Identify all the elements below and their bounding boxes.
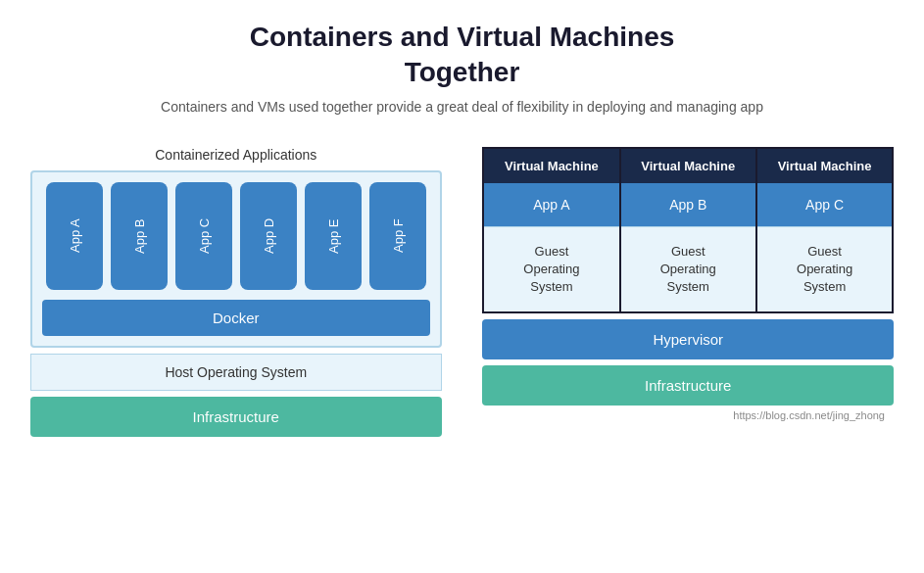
header: Containers and Virtual Machines Together… bbox=[161, 20, 763, 118]
host-os-bar: Host Operating System bbox=[30, 354, 442, 391]
page: Containers and Virtual Machines Together… bbox=[0, 0, 924, 573]
hypervisor-bar: Hypervisor bbox=[482, 319, 894, 359]
app-c-card: App C bbox=[175, 182, 232, 290]
vm3-guest-os: GuestOperatingSystem bbox=[757, 226, 892, 312]
apps-row: App A App B App C App D App E App F bbox=[42, 182, 430, 290]
vm1-header: Virtual Machine bbox=[484, 149, 618, 183]
vms-section: Virtual Machine App A GuestOperatingSyst… bbox=[482, 147, 896, 422]
app-f-card: App F bbox=[369, 182, 426, 290]
vm1-app: App A bbox=[484, 183, 618, 226]
app-b-card: App B bbox=[111, 182, 168, 290]
vm-column-2: Virtual Machine App B GuestOperatingSyst… bbox=[621, 149, 757, 312]
vm2-app: App B bbox=[621, 183, 755, 226]
containers-label: Containerized Applications bbox=[155, 147, 316, 163]
app-e-card: App E bbox=[305, 182, 362, 290]
app-a-card: App A bbox=[46, 182, 103, 290]
app-d-card: App D bbox=[240, 182, 297, 290]
containers-section: Containerized Applications App A App B A… bbox=[29, 147, 443, 437]
left-infra-bar: Infrastructure bbox=[30, 397, 442, 437]
vm1-guest-os: GuestOperatingSystem bbox=[484, 226, 618, 312]
vms-row: Virtual Machine App A GuestOperatingSyst… bbox=[482, 147, 894, 314]
vm-column-3: Virtual Machine App C GuestOperatingSyst… bbox=[757, 149, 892, 312]
vm3-header: Virtual Machine bbox=[757, 149, 892, 183]
container-box: App A App B App C App D App E App F Dock… bbox=[30, 170, 442, 348]
vm-column-1: Virtual Machine App A GuestOperatingSyst… bbox=[484, 149, 620, 312]
page-subtitle: Containers and VMs used together provide… bbox=[161, 97, 763, 118]
right-infra-bar: Infrastructure bbox=[482, 365, 894, 406]
vm2-guest-os: GuestOperatingSystem bbox=[621, 226, 755, 312]
vm3-app: App C bbox=[757, 183, 892, 226]
vm2-header: Virtual Machine bbox=[621, 149, 755, 183]
page-title: Containers and Virtual Machines Together bbox=[161, 20, 763, 91]
docker-bar: Docker bbox=[42, 300, 430, 336]
diagrams-container: Containerized Applications App A App B A… bbox=[29, 147, 895, 437]
watermark: https://blog.csdn.net/jing_zhong bbox=[482, 409, 896, 421]
